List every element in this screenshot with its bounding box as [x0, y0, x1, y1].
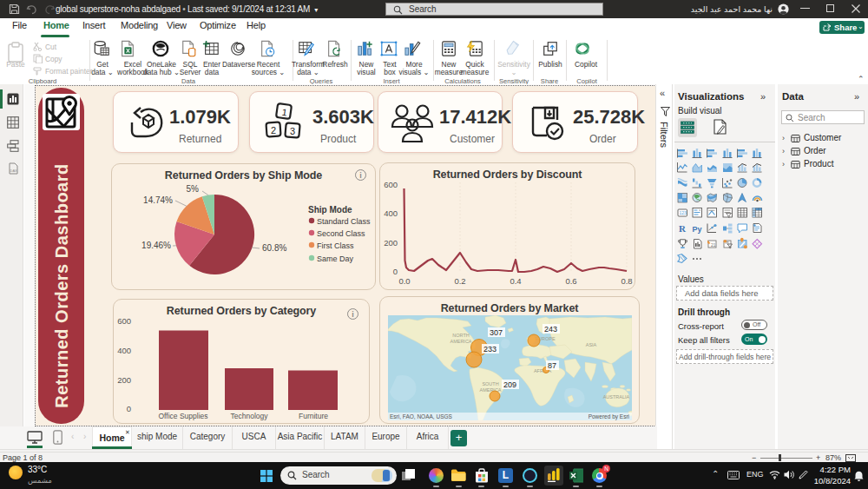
- svg-text:2: 2: [271, 125, 276, 135]
- svg-text:NORTH: NORTH: [452, 333, 469, 338]
- svg-text:0.4: 0.4: [510, 276, 521, 286]
- svg-text:AUSTRALIA: AUSTRALIA: [603, 394, 630, 400]
- svg-text:Py: Py: [693, 225, 702, 234]
- svg-text:60.8%: 60.8%: [262, 243, 286, 253]
- svg-text:14.74%: 14.74%: [143, 195, 173, 205]
- svg-text:87: 87: [548, 361, 556, 370]
- svg-text:400: 400: [117, 346, 131, 355]
- svg-text:123: 123: [680, 210, 687, 215]
- svg-text:0.6: 0.6: [565, 276, 576, 286]
- svg-text:600: 600: [117, 316, 131, 326]
- svg-text:Ship Mode: Ship Mode: [308, 205, 352, 215]
- svg-text:0: 0: [127, 404, 131, 413]
- svg-text:243: 243: [544, 325, 557, 334]
- svg-text:First Class: First Class: [317, 241, 354, 250]
- svg-text:0: 0: [393, 267, 398, 276]
- svg-text:209: 209: [503, 380, 516, 389]
- svg-text:ASIA: ASIA: [586, 342, 597, 347]
- svg-text:Powered by Esri: Powered by Esri: [589, 413, 629, 420]
- svg-text:600: 600: [384, 180, 398, 189]
- svg-text:Standard Class: Standard Class: [317, 217, 371, 226]
- svg-text:Same Day: Same Day: [317, 254, 354, 263]
- svg-text:19.46%: 19.46%: [141, 241, 171, 250]
- svg-text:Furniture: Furniture: [299, 412, 328, 420]
- svg-text:200: 200: [384, 238, 398, 248]
- svg-text:Technology: Technology: [230, 412, 268, 420]
- svg-text:21: 21: [711, 242, 716, 248]
- svg-text:SOUTH: SOUTH: [482, 381, 498, 387]
- svg-text:R: R: [679, 223, 687, 234]
- svg-text:233: 233: [483, 345, 496, 354]
- svg-text:DAX: DAX: [10, 169, 18, 173]
- svg-text:5%: 5%: [187, 184, 200, 194]
- svg-text:0.2: 0.2: [454, 276, 465, 286]
- svg-text:3: 3: [290, 126, 295, 136]
- svg-text:400: 400: [384, 208, 398, 218]
- svg-text:307: 307: [490, 328, 503, 337]
- svg-text:0.0: 0.0: [398, 276, 410, 286]
- svg-text:200: 200: [117, 375, 131, 385]
- svg-text:Second Class: Second Class: [317, 229, 365, 238]
- svg-text:Esri, FAO, NOAA, USGS: Esri, FAO, NOAA, USGS: [390, 413, 453, 420]
- svg-text:AMERICA: AMERICA: [450, 339, 471, 344]
- svg-text:1: 1: [281, 107, 288, 118]
- svg-text:Office Supplies: Office Supplies: [158, 412, 207, 420]
- svg-text:0.8: 0.8: [621, 276, 632, 286]
